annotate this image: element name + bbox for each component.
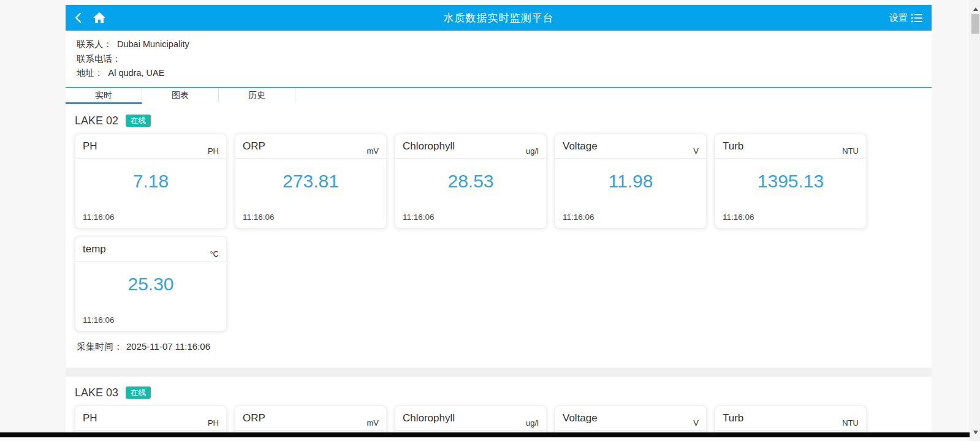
back-icon[interactable] [73,12,84,24]
sensor-card: ORPmV273.8111:16:06 [235,134,387,228]
sensor-value: 11.98 [555,171,706,192]
sensor-unit: ug/l [526,146,539,156]
sensor-card: TurbNTU1395.1311:16:06 [715,134,867,228]
sensor-timestamp: 11:16:06 [243,213,275,222]
sensor-name: temp [83,243,106,255]
sensor-name: Chlorophyll [403,412,455,424]
sensor-card-header: PHPH [75,134,226,159]
bottom-edge [0,437,970,441]
address-value: Al qudra, UAE [108,66,165,81]
sensor-unit: ug/l [526,418,539,428]
sensor-cards-grid: PHPH7.1811:16:06ORPmV273.8111:16:06Chlor… [75,134,922,331]
sensor-unit: NTU [842,146,859,156]
station-name: LAKE 03 [75,386,118,399]
sensor-name: Chlorophyll [403,140,455,153]
contact-row: 联系人： Dubai Municipality [77,37,921,52]
sensor-value: 28.53 [395,171,546,192]
stations-list: LAKE 02在线PHPH7.1811:16:06ORPmV273.8111:1… [66,105,932,441]
phone-label: 联系电话： [77,52,121,67]
sensor-value: 1395.13 [715,171,866,192]
station-header: LAKE 03在线 [75,386,922,399]
sensor-name: Turb [723,412,743,424]
header-left-icons [73,5,106,31]
scrollbar-down-arrow[interactable] [970,428,980,437]
vertical-scrollbar[interactable] [970,0,980,441]
settings-button[interactable]: 设置 [889,5,923,31]
collect-time-label: 采集时间： [77,341,123,352]
sensor-unit: NTU [842,418,859,428]
sensor-card: PHPH7.1811:16:06 [75,134,227,228]
top-header-bar: 水质数据实时监测平台 设置 [66,5,932,31]
sensor-card-header: PHPH [75,406,226,431]
sensor-card-header: Chlorophyllug/l [395,134,546,159]
station-section: LAKE 03在线PHPHORPmVChlorophyllug/lVoltage… [66,377,932,441]
sensor-unit: PH [208,418,219,428]
tab-history[interactable]: 历史 [219,88,295,102]
tab-bar: 实时图表历史 [66,88,932,105]
sensor-unit: mV [367,418,379,428]
sensor-name: Voltage [563,412,598,424]
online-status-badge: 在线 [126,115,151,127]
sensor-name: Turb [723,140,743,153]
sensor-name: PH [83,140,97,153]
station-name: LAKE 02 [75,115,118,127]
sensor-timestamp: 11:16:06 [563,213,594,222]
contact-info-panel: 联系人： Dubai Municipality 联系电话： 地址： Al qud… [66,31,932,87]
sensor-unit: °C [210,249,219,258]
page-title: 水质数据实时监测平台 [444,11,554,25]
sensor-timestamp: 11:16:06 [83,315,115,325]
menu-list-icon [911,13,923,23]
scrollbar-thumb[interactable] [971,14,979,34]
sensor-card-header: VoltageV [555,406,706,431]
home-icon[interactable] [93,12,106,24]
station-header: LAKE 02在线 [75,115,922,127]
settings-label: 设置 [889,12,908,24]
sensor-card-header: ORPmV [235,134,386,159]
address-row: 地址： Al qudra, UAE [77,66,921,81]
sensor-unit: PH [208,146,219,156]
app-container: 水质数据实时监测平台 设置 联系人： Dubai Municipality 联系… [66,0,932,441]
tab-realtime[interactable]: 实时 [66,88,142,104]
section-gap [66,368,932,377]
sensor-timestamp: 11:16:06 [83,213,115,222]
bottom-bar [0,432,970,437]
tab-chart[interactable]: 图表 [142,88,219,102]
sensor-name: ORP [243,140,265,153]
sensor-unit: V [693,418,699,428]
address-label: 地址： [77,66,104,81]
sensor-timestamp: 11:16:06 [403,213,435,222]
collect-time-row: 采集时间：2025-11-07 11:16:06 [75,341,922,353]
sensor-name: ORP [243,412,265,424]
sensor-value: 25.30 [75,274,226,295]
sensor-card-header: TurbNTU [715,406,866,431]
top-gap [66,0,932,5]
sensor-card: temp°C25.3011:16:06 [75,236,227,331]
online-status-badge: 在线 [126,386,151,399]
sensor-card-header: temp°C [75,237,226,262]
collect-time-value: 2025-11-07 11:16:06 [126,341,210,352]
sensor-card: VoltageV11.9811:16:06 [555,134,707,228]
sensor-value: 273.81 [235,171,386,192]
phone-row: 联系电话： [77,52,921,67]
contact-value: Dubai Municipality [117,37,189,52]
sensor-card-header: TurbNTU [715,134,866,159]
sensor-card: Chlorophyllug/l28.5311:16:06 [395,134,547,228]
scrollbar-up-arrow[interactable] [970,5,980,13]
sensor-card-header: VoltageV [555,134,706,159]
sensor-timestamp: 11:16:06 [723,213,754,222]
sensor-name: PH [83,412,97,424]
sensor-value: 7.18 [75,171,226,192]
sensor-card-header: ORPmV [235,406,386,431]
sensor-card-header: Chlorophyllug/l [395,406,546,431]
contact-label: 联系人： [77,37,112,52]
sensor-name: Voltage [563,140,598,153]
station-section: LAKE 02在线PHPH7.1811:16:06ORPmV273.8111:1… [66,105,932,368]
sensor-unit: mV [367,146,379,156]
sensor-unit: V [693,146,699,156]
